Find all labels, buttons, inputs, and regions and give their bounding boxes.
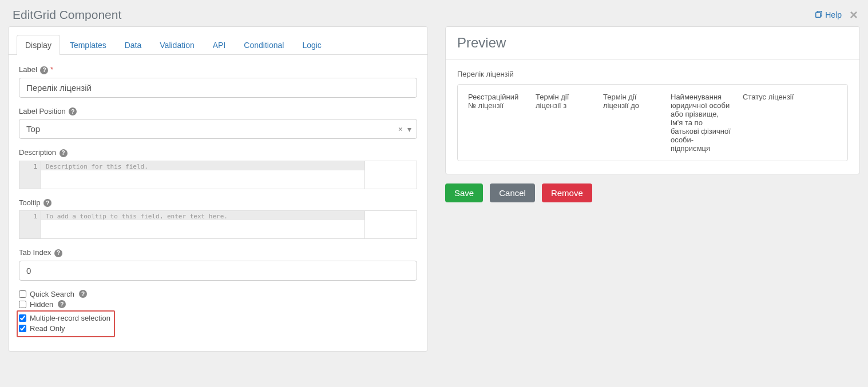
quick-search-label: Quick Search — [30, 290, 74, 298]
grid-col-header: Термін дії ліцензії до — [603, 93, 660, 153]
tab-display[interactable]: Display — [17, 35, 60, 55]
dialog-header: EditGrid Component Help × — [8, 5, 860, 26]
action-buttons: Save Cancel Remove — [445, 183, 860, 202]
tab-conditional[interactable]: Conditional — [235, 35, 292, 55]
read-only-checkbox-row[interactable]: Read Only — [19, 324, 110, 333]
label-position-select[interactable]: Top — [19, 119, 417, 139]
chevron-down-icon[interactable]: ▾ — [407, 125, 411, 134]
grid-col-header: Термін дії ліцензії з — [536, 93, 593, 153]
preview-grid-label: Перелік ліцензій — [457, 70, 848, 78]
tab-logic[interactable]: Logic — [294, 35, 330, 55]
hidden-checkbox-row[interactable]: Hidden ? — [19, 300, 417, 309]
multi-select-label: Multiple-record selection — [30, 314, 110, 322]
editgrid-component-dialog: EditGrid Component Help × Display Templa… — [0, 0, 868, 360]
tooltip-label: Tooltip ? — [19, 198, 417, 208]
help-link-label: Help — [825, 10, 842, 19]
multi-select-checkbox[interactable] — [19, 314, 26, 322]
label-field-label: Label ? * — [19, 65, 417, 74]
help-icon[interactable]: ? — [58, 300, 66, 308]
multi-select-checkbox-row[interactable]: Multiple-record selection — [19, 314, 110, 322]
help-icon[interactable]: ? — [54, 249, 62, 257]
editor-content[interactable]: Description for this field. — [41, 161, 364, 189]
label-position-label: Label Position ? — [19, 107, 417, 116]
read-only-label: Read Only — [30, 324, 65, 333]
help-icon[interactable]: ? — [79, 290, 87, 298]
editor-print-margin — [364, 211, 365, 238]
form-body: Label ? * Label Position ? Top × — [9, 55, 427, 351]
grid-col-header: Реєстраційний № ліцензії — [468, 93, 525, 153]
highlighted-options: Multiple-record selection Read Only — [17, 310, 115, 337]
description-editor[interactable]: 1 Description for this field. — [19, 161, 417, 189]
help-icon[interactable]: ? — [40, 66, 48, 74]
dialog-title: EditGrid Component — [13, 8, 121, 22]
preview-grid: Реєстраційний № ліцензії Термін дії ліце… — [457, 84, 848, 161]
editor-gutter: 1 — [19, 161, 41, 189]
clear-icon[interactable]: × — [398, 125, 403, 134]
editor-print-margin — [364, 161, 365, 189]
preview-title: Preview — [446, 27, 859, 59]
help-link[interactable]: Help — [815, 10, 842, 20]
quick-search-checkbox-row[interactable]: Quick Search ? — [19, 290, 417, 298]
editor-gutter: 1 — [19, 211, 41, 238]
hidden-label: Hidden — [30, 300, 53, 309]
label-input[interactable] — [19, 78, 417, 98]
tab-index-label: Tab Index ? — [19, 248, 417, 257]
cancel-button[interactable]: Cancel — [490, 183, 535, 202]
read-only-checkbox[interactable] — [19, 325, 26, 332]
grid-col-header: Статус ліцензії — [743, 93, 837, 153]
save-button[interactable]: Save — [445, 183, 483, 202]
settings-panel: Display Templates Data Validation API Co… — [8, 26, 428, 352]
tab-api[interactable]: API — [204, 35, 235, 55]
tooltip-editor[interactable]: 1 To add a tooltip to this field, enter … — [19, 210, 417, 239]
editor-content[interactable]: To add a tooltip to this field, enter te… — [41, 211, 364, 238]
close-icon[interactable]: × — [847, 8, 860, 22]
settings-tabs: Display Templates Data Validation API Co… — [9, 27, 427, 55]
preview-card: Preview Перелік ліцензій Реєстраційний №… — [445, 26, 860, 174]
help-icon[interactable]: ? — [43, 199, 51, 207]
hidden-checkbox[interactable] — [19, 301, 26, 308]
tab-index-input[interactable] — [19, 261, 417, 281]
grid-header-row: Реєстраційний № ліцензії Термін дії ліце… — [458, 85, 847, 161]
preview-panel: Preview Перелік ліцензій Реєстраційний №… — [445, 26, 860, 352]
help-icon[interactable]: ? — [60, 149, 68, 157]
svg-rect-0 — [816, 13, 821, 17]
tab-validation[interactable]: Validation — [151, 35, 203, 55]
remove-button[interactable]: Remove — [542, 183, 592, 202]
description-label: Description ? — [19, 148, 417, 157]
quick-search-checkbox[interactable] — [19, 290, 26, 298]
tab-templates[interactable]: Templates — [61, 35, 115, 55]
dialog-header-actions: Help × — [815, 8, 860, 22]
grid-col-header: Найменування юридичної особи або прізвищ… — [671, 93, 732, 153]
tab-data[interactable]: Data — [116, 35, 150, 55]
help-icon[interactable]: ? — [69, 107, 77, 115]
new-window-icon — [815, 10, 823, 20]
